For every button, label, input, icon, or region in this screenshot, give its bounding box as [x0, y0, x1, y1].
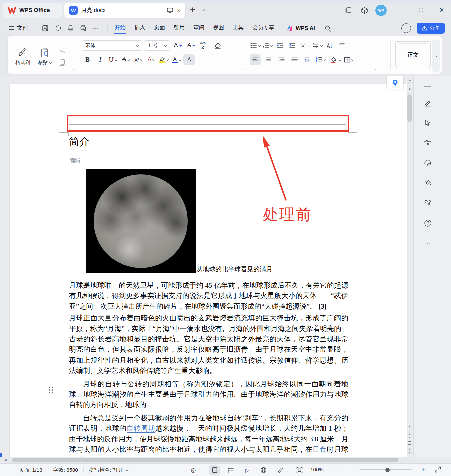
page-indicator[interactable]: 页面: 1/13: [19, 467, 42, 474]
increase-indent-button[interactable]: [287, 40, 298, 51]
paragraph-dialog-launcher-icon[interactable]: ↘: [374, 68, 377, 71]
window-close-button[interactable]: ×: [437, 6, 446, 15]
undo-icon[interactable]: [53, 23, 63, 33]
menu-tab-membership[interactable]: 会员专享: [248, 21, 279, 35]
focus-mode-button[interactable]: [294, 465, 305, 475]
text-hyperlink[interactable]: 自转周期: [127, 424, 155, 433]
justify-button[interactable]: [289, 54, 300, 65]
search-icon[interactable]: [323, 24, 333, 34]
print-preview-icon[interactable]: [78, 23, 88, 33]
sidebar-eco-reader-icon[interactable]: [421, 156, 434, 170]
document-tab[interactable]: W 月亮.docx ×: [64, 3, 185, 18]
zoom-chevron-icon[interactable]: [335, 468, 337, 471]
sidebar-collapse-handle[interactable]: [421, 80, 434, 93]
cast-screen-icon[interactable]: [167, 7, 173, 13]
page-view-button[interactable]: [209, 465, 220, 475]
more-commands-icon[interactable]: ···: [91, 23, 101, 33]
sort-button[interactable]: [324, 40, 335, 51]
zoom-in-button[interactable]: +: [421, 466, 425, 473]
paste-label[interactable]: 粘贴: [38, 59, 51, 66]
share-button[interactable]: 分享: [417, 23, 445, 34]
distribute-button[interactable]: [302, 54, 313, 65]
sidebar-more-icon[interactable]: ···: [421, 236, 434, 250]
menu-tab-page[interactable]: 页面: [150, 21, 169, 35]
user-avatar[interactable]: WP: [375, 5, 387, 16]
save-icon[interactable]: [40, 23, 50, 33]
bold-button[interactable]: B: [82, 54, 93, 65]
web-view-button[interactable]: [258, 465, 269, 475]
app-menu-button[interactable]: WPS Office: [3, 3, 62, 18]
scroll-up-icon[interactable]: ▲: [408, 87, 411, 91]
document-page[interactable]: 简介 编辑 从地球的北半球看见的满月 月球是地球唯一的天然卫星，可能形成于约 4…: [10, 84, 407, 457]
style-item-bodytext[interactable]: 正文: [395, 41, 431, 68]
font-size-select[interactable]: 五号: [144, 40, 170, 51]
clear-format-button[interactable]: [212, 40, 223, 51]
borders-button[interactable]: [343, 54, 354, 65]
numbered-list-button[interactable]: [262, 40, 273, 51]
shading-color-button[interactable]: [330, 54, 341, 65]
decrease-font-size-button[interactable]: A−: [185, 40, 197, 51]
file-menu-button[interactable]: 文件: [9, 21, 28, 35]
text-direction-button[interactable]: [311, 40, 323, 51]
style-gallery-expand-button[interactable]: [432, 40, 440, 72]
browse-object-icon[interactable]: [408, 441, 411, 445]
paste-button[interactable]: 粘贴: [34, 45, 55, 66]
sidebar-adjust-sliders-icon[interactable]: [421, 136, 434, 149]
font-color-button[interactable]: A: [171, 54, 182, 65]
highlight-color-button[interactable]: [158, 54, 169, 65]
text-hyperlink[interactable]: 日食: [312, 445, 327, 453]
print-icon[interactable]: [65, 23, 75, 33]
vertical-scroll-thumb[interactable]: [407, 94, 412, 122]
wps-ai-button[interactable]: WPS AI: [286, 21, 315, 35]
italic-button[interactable]: I: [94, 54, 106, 65]
bullet-list-button[interactable]: [250, 40, 261, 51]
fullscreen-button[interactable]: [435, 466, 441, 474]
copy-icon[interactable]: [59, 59, 66, 66]
spell-check-toggle[interactable]: 拼写检查: 打开: [89, 467, 128, 474]
sidebar-help-icon[interactable]: [421, 216, 434, 230]
character-shading-button[interactable]: A: [183, 54, 195, 65]
next-page-icon[interactable]: ▼▼: [408, 448, 411, 455]
zoom-level-value[interactable]: 100%: [310, 467, 324, 473]
character-scaling-button[interactable]: [299, 40, 310, 51]
zoom-slider[interactable]: [359, 469, 412, 470]
underline-button[interactable]: U: [107, 54, 119, 65]
zoom-slider-thumb[interactable]: [385, 468, 390, 472]
outline-view-button[interactable]: [225, 465, 236, 475]
sidebar-edit-pen-icon[interactable]: [421, 97, 434, 110]
align-left-button[interactable]: [250, 54, 261, 65]
ink-pen-button[interactable]: [274, 465, 286, 475]
workbench-pages-icon[interactable]: [345, 7, 352, 15]
line-spacing-button[interactable]: [315, 54, 326, 65]
strikethrough-button[interactable]: A: [120, 54, 131, 65]
menu-tab-tools[interactable]: 工具: [228, 21, 248, 35]
menu-tab-view[interactable]: 视图: [209, 21, 228, 35]
scroll-left-icon[interactable]: ◀: [4, 458, 7, 462]
sidebar-skin-theme-icon[interactable]: [421, 196, 434, 209]
scroll-down-icon[interactable]: ▼: [408, 425, 411, 429]
paragraph-drag-handle-icon[interactable]: [49, 387, 54, 394]
show-marks-button[interactable]: [336, 40, 348, 51]
window-minimize-button[interactable]: –: [397, 7, 406, 14]
collapse-ribbon-icon[interactable]: [408, 79, 412, 84]
edit-link[interactable]: 编辑: [69, 157, 81, 164]
sidebar-select-cursor-icon[interactable]: [421, 116, 434, 130]
previous-page-icon[interactable]: ▲▲: [408, 433, 411, 439]
menu-tab-home[interactable]: 开始: [110, 21, 130, 35]
font-dialog-launcher-icon[interactable]: ↘: [241, 68, 243, 71]
moon-photo[interactable]: [86, 169, 196, 273]
vertical-scrollbar[interactable]: ▲ ▼ ▲▲ ▼▼: [406, 76, 413, 457]
menu-tab-review[interactable]: 审阅: [189, 21, 209, 35]
pinyin-guide-button[interactable]: wén文: [199, 40, 210, 51]
horizontal-scrollbar[interactable]: ◀: [0, 457, 451, 463]
increase-font-size-button[interactable]: A+: [172, 40, 183, 51]
font-name-select[interactable]: 宋体: [82, 40, 142, 51]
align-center-button[interactable]: [263, 54, 274, 65]
clipboard-dialog-launcher-icon[interactable]: ↘: [72, 68, 74, 71]
tab-list-chevron-icon[interactable]: [202, 8, 205, 11]
more-features-icon[interactable]: ···: [401, 23, 411, 33]
tab-close-icon[interactable]: ×: [177, 7, 181, 14]
eye-protect-icon[interactable]: ◎: [188, 465, 199, 475]
app-center-cube-icon[interactable]: [361, 7, 368, 16]
menu-tab-insert[interactable]: 插入: [130, 21, 150, 35]
